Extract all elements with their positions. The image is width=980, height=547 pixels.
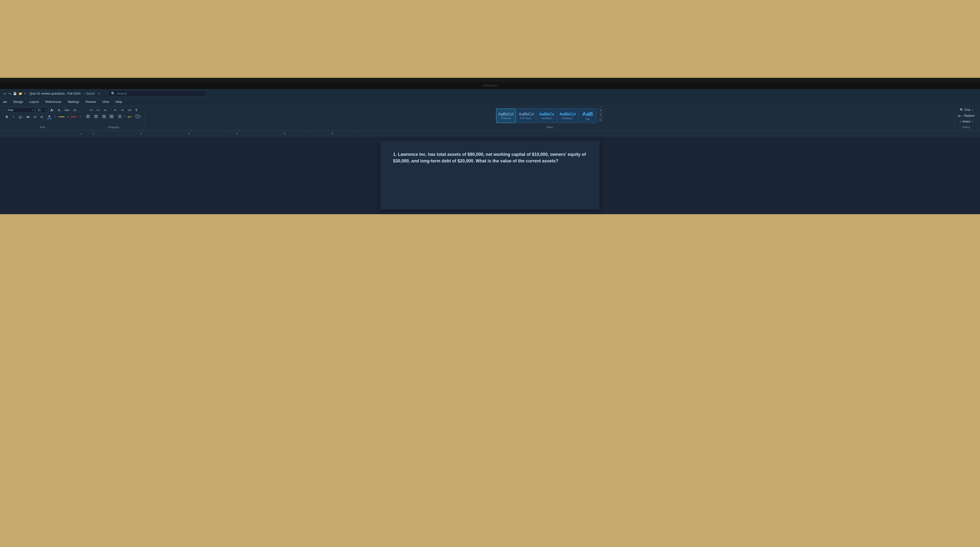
line-spacing-button[interactable]: ↕ [116, 114, 123, 119]
indent-decrease-button[interactable]: ⇤ [113, 107, 118, 113]
gallery-scroll-down[interactable]: ▼ [598, 113, 603, 117]
replace-button[interactable]: ab↔ Replace [957, 113, 976, 118]
shading-button[interactable]: ▬ ▾ [126, 114, 133, 119]
svg-text:↕: ↕ [118, 115, 118, 116]
menu-item-references[interactable]: References [42, 99, 64, 105]
save-dropdown-icon[interactable]: ▾ [99, 92, 100, 95]
paragraph-group: ≡▾ ≡▾ ≡▾ ⇤ ⇥ ↕A ¶ [83, 107, 145, 130]
style-no-spacing[interactable]: AaBbCcI ¶ No Spac... [517, 108, 536, 123]
size-dropdown-arrow: ▾ [45, 109, 46, 111]
borders-button[interactable]: ▾ [134, 114, 142, 119]
indent-increase-button[interactable]: ⇥ [119, 107, 125, 113]
font-name-value: Arial [7, 108, 13, 112]
menu-item-review[interactable]: Review [83, 99, 99, 105]
search-icon: 🔍 [111, 92, 115, 95]
font-group: Arial ▾ 11 ▾ A+ A- Aa▾ A✕ B I U▾ [2, 107, 83, 130]
numbering-button[interactable]: ≡▾ [95, 107, 101, 113]
folder-icon[interactable]: 📂 [19, 92, 22, 95]
heading1-preview: AaBbCc [539, 112, 554, 116]
menu-item-mailings[interactable]: Mailings [65, 99, 83, 105]
question-number: 1. [393, 152, 397, 157]
search-find-icon: 🔍 [960, 108, 964, 111]
ruler: ⌐ · · · · · · · · 1 · · · · · · · · 2 · … [0, 131, 980, 137]
document-area: 1. Lawrence Inc. has total assets of $90… [0, 137, 980, 214]
highlight-dropdown[interactable]: ▾ [67, 116, 68, 118]
sort-button[interactable]: ↕A [126, 107, 132, 113]
styles-group: AaBbCcI ¶ Normal AaBbCcI ¶ No Spac... Aa… [145, 107, 955, 130]
select-icon: ↖ [959, 120, 961, 123]
line-spacing-dropdown[interactable]: ▾ [124, 116, 125, 118]
normal-style-label: ¶ Normal [501, 117, 511, 119]
font-size-value: 11 [37, 108, 41, 112]
style-heading1[interactable]: AaBbCc Heading 1 [537, 108, 556, 123]
separator-1 [110, 108, 111, 112]
superscript-button[interactable]: x2 [39, 114, 45, 119]
gallery-scroll-up[interactable]: ▲ [598, 108, 603, 112]
text-effects-button[interactable]: A [69, 114, 78, 119]
find-label: Find [964, 108, 970, 111]
question-text: Lawrence Inc. has total assets of $90,00… [393, 152, 586, 163]
saved-status: • Saved [84, 92, 95, 95]
undo-icon[interactable]: ↩ [3, 92, 6, 95]
style-heading2[interactable]: AaBbCcI Heading 2 [557, 108, 578, 123]
font-dropdown-arrow: ▾ [32, 109, 33, 111]
editing-group: 🔍 Find ▾ ab↔ Replace ↖ Select ▾ Editing [955, 107, 978, 130]
menu-item-help[interactable]: Help [113, 99, 125, 105]
bullets-button[interactable]: ≡▾ [88, 107, 94, 113]
no-spacing-label: ¶ No Spac... [520, 117, 533, 119]
clear-formatting-button[interactable]: A✕ [72, 107, 79, 113]
editing-group-label: Editing [963, 125, 970, 129]
redo-icon[interactable]: ↪ [8, 92, 11, 95]
effects-dropdown[interactable]: ▾ [80, 116, 81, 118]
pin-icon[interactable]: ▾ [24, 92, 25, 95]
font-group-label: Arial [40, 125, 45, 129]
select-label: Select [963, 120, 970, 123]
heading2-label: Heading 2 [562, 117, 573, 119]
italic-button[interactable]: I [11, 114, 16, 119]
save-icon[interactable]: 💾 [13, 92, 17, 95]
font-shrink-button[interactable]: A- [56, 107, 62, 113]
heading1-label: Heading 1 [541, 117, 552, 119]
align-center-button[interactable] [92, 114, 99, 119]
paragraph-group-label: Paragraph [108, 125, 119, 129]
document-question: 1. Lawrence Inc. has total assets of $90… [393, 151, 587, 164]
menu-item-draw[interactable]: aw [0, 99, 10, 105]
select-button[interactable]: ↖ Select ▾ [958, 119, 974, 124]
menu-item-view[interactable]: View [99, 99, 112, 105]
justify-button[interactable] [108, 114, 115, 119]
gallery-scroll-controls: ▲ ▼ ⊞ [598, 107, 603, 124]
menu-item-design[interactable]: Design [10, 99, 26, 105]
styles-group-label: Styles [546, 125, 553, 129]
replace-label: Replace [964, 114, 975, 118]
document-title: Quiz #2 review questions - Fall 2024 [29, 92, 80, 95]
multilevel-button[interactable]: ≡▾ [102, 107, 108, 113]
font-grow-button[interactable]: A+ [49, 107, 56, 113]
bold-button[interactable]: B [4, 114, 10, 119]
styles-gallery: AaBbCcI ¶ Normal AaBbCcI ¶ No Spac... Aa… [496, 107, 597, 124]
underline-button[interactable]: U▾ [18, 114, 24, 119]
gallery-expand[interactable]: ⊞ [598, 118, 603, 122]
find-dropdown[interactable]: ▾ [972, 109, 973, 111]
change-case-button[interactable]: Aa▾ [63, 107, 71, 113]
font-color-button[interactable]: A [46, 114, 53, 120]
strikethrough-button[interactable]: ab [25, 114, 31, 119]
style-normal[interactable]: AaBbCcI ¶ Normal [496, 108, 516, 123]
no-spacing-preview: AaBbCcI [519, 112, 534, 116]
highlight-button[interactable]: ✏ [56, 114, 66, 119]
align-left-button[interactable] [85, 114, 92, 119]
document-page[interactable]: 1. Lawrence Inc. has total assets of $90… [380, 141, 599, 209]
menu-item-layout[interactable]: Layout [27, 99, 42, 105]
find-button[interactable]: 🔍 Find ▾ [959, 107, 974, 112]
ribbon: Arial ▾ 11 ▾ A+ A- Aa▾ A✕ B I U▾ [0, 105, 980, 131]
font-color-dropdown[interactable]: ▾ [54, 116, 56, 118]
align-right-button[interactable] [100, 114, 107, 119]
show-pilcrow-button[interactable]: ¶ [134, 107, 139, 113]
style-title[interactable]: AaB Title [579, 108, 597, 123]
font-name-selector[interactable]: Arial ▾ [6, 107, 35, 113]
font-size-selector[interactable]: 11 ▾ [36, 107, 48, 113]
subscript-button[interactable]: x2 [32, 114, 38, 119]
search-bar[interactable]: 🔍 Search [108, 91, 205, 97]
title-label: Title [585, 118, 590, 121]
select-dropdown[interactable]: ▾ [972, 121, 973, 123]
ruler-marks: · · · · · · · · 1 · · · · · · · · 2 · · … [2, 132, 366, 135]
